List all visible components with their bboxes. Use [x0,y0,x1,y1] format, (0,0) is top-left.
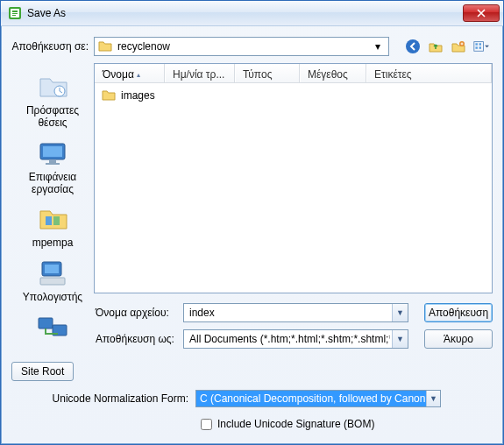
place-label: Πρόσφατες θέσεις [18,105,88,130]
bottom-block: Site Root Unicode Normalization Form: C … [11,362,493,434]
list-body[interactable]: images [95,83,492,293]
sort-asc-icon: ▴ [137,71,140,79]
save-as-dialog: Save As Αποθήκευση σε: recyclenow ▾ [0,0,504,445]
chevron-down-icon: ▼ [426,391,440,406]
saveastype-row: Αποθήκευση ως: ▼ Άκυρο [96,328,493,350]
desktop-icon [35,138,70,168]
column-size[interactable]: Μέγεθος [300,64,366,82]
saveastype-dropdown[interactable]: ▼ [392,330,408,348]
user-folder-icon [35,204,70,234]
close-button[interactable] [463,4,500,22]
list-item-name: images [121,89,155,102]
svg-rect-15 [53,216,60,225]
svg-rect-17 [45,265,59,273]
svg-rect-4 [474,41,484,51]
site-root-button[interactable]: Site Root [11,362,74,381]
bom-checkbox[interactable] [201,419,212,430]
filename-label: Όνομα αρχείου: [96,307,183,319]
save-button[interactable]: Αποθήκευση [424,303,493,322]
svg-rect-18 [40,278,65,285]
dialog-body: Αποθήκευση σε: recyclenow ▾ Πρόσφατε [1,26,503,444]
window-title: Save As [27,7,463,19]
saveastype-combo[interactable] [183,329,408,349]
normalization-row: Unicode Normalization Form: C (Canonical… [11,388,493,409]
svg-rect-13 [46,163,60,165]
normalization-label: Unicode Normalization Form: [11,392,195,405]
svg-rect-7 [475,46,477,48]
right-side: Όνομα▴ Ημ/νία τρ... Τύπος Μέγεθος Ετικέτ… [94,63,493,350]
list-item[interactable]: images [98,87,488,104]
column-date[interactable]: Ημ/νία τρ... [165,64,235,82]
file-list: Όνομα▴ Ημ/νία τρ... Τύπος Μέγεθος Ετικέτ… [94,63,493,293]
chevron-down-icon: ▾ [371,40,385,53]
filename-dropdown[interactable]: ▼ [392,304,408,321]
new-folder-icon[interactable] [451,39,466,54]
nav-icons [405,39,493,54]
save-in-row: Αποθήκευση σε: recyclenow ▾ [11,35,493,58]
places-bar: Πρόσφατες θέσεις Επιφάνεια εργασίας mpem… [11,63,94,350]
place-recent[interactable]: Πρόσφατες θέσεις [16,67,89,133]
place-label: mpempa [18,237,88,250]
cancel-button[interactable]: Άκυρο [424,329,493,349]
save-in-combo[interactable]: recyclenow ▾ [94,37,389,56]
svg-rect-8 [479,46,481,48]
back-icon[interactable] [405,39,421,54]
computer-icon [35,258,70,288]
bom-label: Include Unicode Signature (BOM) [217,418,374,430]
column-type[interactable]: Τύπος [235,64,300,82]
column-name[interactable]: Όνομα▴ [95,64,165,82]
place-label: Επιφάνεια εργασίας [18,172,88,196]
svg-rect-11 [43,146,62,157]
column-tags[interactable]: Ετικέτες [366,64,492,82]
place-network[interactable] [16,307,89,350]
normalization-value: C (Canonical Decomposition, followed by … [200,392,426,405]
app-icon [8,6,22,20]
saveastype-label: Αποθήκευση ως: [96,333,183,345]
main-area: Πρόσφατες θέσεις Επιφάνεια εργασίας mpem… [11,63,493,350]
view-menu-icon[interactable] [473,39,489,54]
place-userfolder[interactable]: mpempa [16,199,89,253]
recent-places-icon [35,72,70,102]
folder-icon [98,39,112,53]
filename-row: Όνομα αρχείου: ▼ Αποθήκευση [96,302,493,323]
svg-point-2 [406,39,420,53]
svg-rect-12 [49,160,56,163]
bom-row: Include Unicode Signature (BOM) [11,414,493,434]
place-desktop[interactable]: Επιφάνεια εργασίας [16,133,89,200]
place-label: Υπολογιστής [18,292,88,304]
titlebar[interactable]: Save As [1,1,503,26]
up-folder-icon[interactable] [428,39,444,54]
svg-rect-19 [39,318,53,328]
network-icon [35,313,70,343]
folder-icon [102,88,116,102]
svg-rect-5 [475,43,477,45]
place-computer[interactable]: Υπολογιστής [16,253,89,307]
normalization-combo[interactable]: C (Canonical Decomposition, followed by … [195,390,441,407]
list-header: Όνομα▴ Ημ/νία τρ... Τύπος Μέγεθος Ετικέτ… [95,64,492,83]
save-in-folder-name: recyclenow [117,40,371,53]
form-rows: Όνομα αρχείου: ▼ Αποθήκευση Αποθήκευση ω… [94,302,493,350]
filename-input[interactable] [183,303,408,322]
svg-rect-6 [479,43,481,45]
save-in-label: Αποθήκευση σε: [11,40,94,53]
svg-rect-14 [46,216,52,225]
